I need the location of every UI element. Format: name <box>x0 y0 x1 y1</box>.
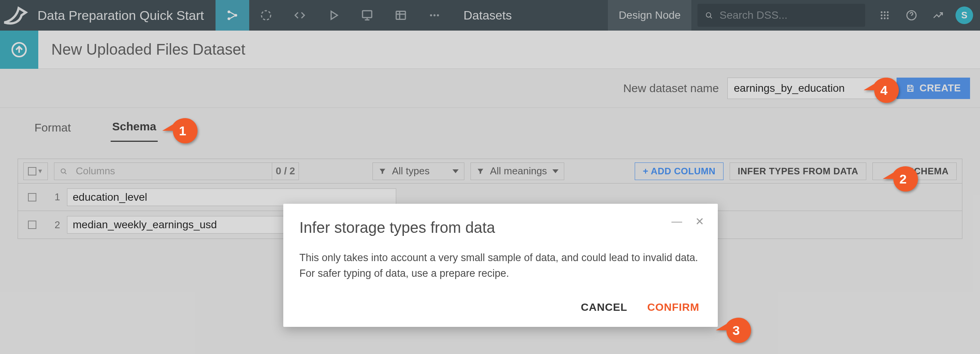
grid-dots-icon <box>879 9 891 21</box>
filter-icon <box>476 167 485 175</box>
search-icon <box>54 167 73 175</box>
subheader: New Uploaded Files Dataset <box>0 31 980 69</box>
tab-format[interactable]: Format <box>33 121 72 142</box>
modal-title: Infer storage types from data <box>299 219 702 236</box>
add-column-button[interactable]: + ADD COLUMN <box>635 162 724 180</box>
upload-icon-tile <box>0 31 38 69</box>
svg-point-15 <box>887 15 889 16</box>
help-icon <box>905 9 918 21</box>
code-icon <box>293 8 307 22</box>
tab-schema[interactable]: Schema <box>111 120 158 142</box>
annotation-marker-4: 4 <box>864 76 899 104</box>
modal-actions: CANCEL CONFIRM <box>299 301 702 314</box>
svg-point-11 <box>884 11 886 13</box>
column-count: 0 / 2 <box>272 163 299 180</box>
apps-button[interactable] <box>871 0 898 31</box>
infer-types-button[interactable]: INFER TYPES FROM DATA <box>730 162 866 180</box>
filter-icon <box>378 167 387 175</box>
infer-types-modal: — ✕ Infer storage types from data This o… <box>283 204 718 327</box>
global-search[interactable] <box>697 4 865 27</box>
column-search: 0 / 2 <box>54 162 299 180</box>
modal-body: This only takes into account a very smal… <box>299 250 702 281</box>
modal-confirm-button[interactable]: CONFIRM <box>645 301 702 314</box>
ellipsis-icon <box>428 8 441 22</box>
modal-close[interactable]: ✕ <box>695 215 704 228</box>
svg-point-10 <box>881 11 883 13</box>
annotation-marker-1: 1 <box>162 117 198 145</box>
svg-point-13 <box>881 15 883 16</box>
help-button[interactable] <box>898 0 925 31</box>
svg-point-8 <box>437 14 439 16</box>
trend-icon <box>932 9 944 21</box>
svg-point-14 <box>884 15 886 16</box>
more-tab[interactable] <box>418 0 451 31</box>
row-index: 1 <box>48 191 60 203</box>
run-tab[interactable] <box>317 0 350 31</box>
types-filter-label: All types <box>392 165 430 177</box>
flow-icon <box>225 8 239 22</box>
create-button-label: CREATE <box>920 82 961 94</box>
svg-point-16 <box>881 18 883 19</box>
svg-rect-4 <box>363 11 372 18</box>
play-icon <box>327 8 340 22</box>
chevron-down-icon: ▼ <box>37 168 43 175</box>
nav-datasets[interactable]: Datasets <box>451 0 524 31</box>
modal-cancel-button[interactable]: CANCEL <box>578 301 629 314</box>
svg-rect-5 <box>396 11 405 19</box>
row-checkbox[interactable] <box>28 193 36 201</box>
activity-button[interactable] <box>925 0 952 31</box>
svg-point-9 <box>706 13 711 17</box>
row-checkbox[interactable] <box>28 221 36 229</box>
svg-point-12 <box>887 11 889 13</box>
save-icon <box>906 84 915 93</box>
types-filter[interactable]: All types <box>372 162 464 180</box>
svg-point-7 <box>433 14 435 16</box>
circle-tab[interactable] <box>249 0 283 31</box>
modal-minimize[interactable]: — <box>671 215 682 228</box>
annotation-marker-2: 2 <box>883 165 918 193</box>
svg-point-18 <box>887 18 889 19</box>
svg-point-17 <box>884 18 886 19</box>
row-index: 2 <box>48 219 60 231</box>
upload-icon <box>10 41 28 59</box>
column-search-input[interactable] <box>73 165 272 177</box>
project-title[interactable]: Data Preparation Quick Start <box>34 0 216 31</box>
svg-point-3 <box>261 11 271 20</box>
design-node-label[interactable]: Design Node <box>608 0 691 31</box>
select-all-checkbox[interactable]: ▼ <box>23 162 48 180</box>
layout-icon <box>394 8 408 22</box>
page-title: New Uploaded Files Dataset <box>38 41 245 58</box>
column-name-input[interactable] <box>67 188 396 206</box>
svg-point-21 <box>61 169 65 173</box>
top-bar: Data Preparation Quick Start Datasets De… <box>0 0 980 31</box>
annotation-marker-3: 3 <box>716 317 751 344</box>
svg-point-1 <box>227 17 230 20</box>
chevron-down-icon <box>452 169 459 173</box>
search-icon <box>704 10 714 20</box>
svg-point-6 <box>430 14 432 16</box>
tabs: Format Schema <box>0 108 980 142</box>
checkbox-icon <box>28 167 36 175</box>
meanings-filter[interactable]: All meanings <box>470 162 564 180</box>
create-button[interactable]: CREATE <box>897 78 970 99</box>
create-row: New dataset name CREATE <box>0 69 980 108</box>
code-tab[interactable] <box>283 0 317 31</box>
bird-icon <box>0 0 34 32</box>
global-search-input[interactable] <box>719 9 858 22</box>
presentation-icon <box>360 8 374 22</box>
dashed-circle-icon <box>259 8 273 22</box>
chevron-down-icon <box>552 169 559 173</box>
meanings-filter-label: All meanings <box>490 165 547 177</box>
user-avatar[interactable]: S <box>956 6 973 24</box>
schema-toolbar: ▼ 0 / 2 All types All mea <box>18 159 962 183</box>
flow-tab[interactable] <box>216 0 249 31</box>
app-logo[interactable] <box>0 0 34 31</box>
grid-tab[interactable] <box>384 0 418 31</box>
dashboard-tab[interactable] <box>350 0 384 31</box>
dataset-name-label: New dataset name <box>623 82 719 95</box>
svg-point-0 <box>227 10 230 13</box>
